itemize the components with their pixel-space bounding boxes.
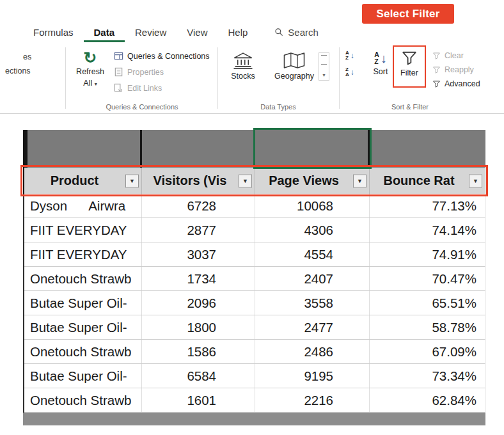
table-row: Butae Super Oil-2096355865.51% <box>24 291 485 315</box>
table-row: FIIT EVERYDAY2877430674.14% <box>24 218 485 242</box>
cell-visitors[interactable]: 6584 <box>142 364 255 388</box>
stocks-button[interactable]: Stocks <box>225 51 261 81</box>
gallery-line-icon <box>321 55 327 56</box>
cell-page-views[interactable]: 9195 <box>255 364 370 388</box>
tab-row: FormulasDataReviewViewHelp Search <box>23 24 319 42</box>
refresh-label-2: All <box>83 79 92 88</box>
table-row: Onetouch Strawb1734240770.47% <box>24 267 485 291</box>
properties-label: Properties <box>127 68 164 77</box>
sort-descending-button[interactable]: ZA ↓ <box>345 67 354 78</box>
reapply-funnel-icon <box>432 66 441 74</box>
cell-page-views[interactable]: 4306 <box>255 218 370 242</box>
cell-visitors[interactable]: 1734 <box>142 267 255 290</box>
clipped-text: es <box>23 52 31 61</box>
table-row: Butae Super Oil-6584919573.34% <box>24 364 485 388</box>
group-label-queries-connections: Queries & Connections <box>68 103 216 111</box>
clear-funnel-icon <box>432 52 441 60</box>
sort-ascending-button[interactable]: AZ ↓ <box>345 51 354 61</box>
cell-visitors[interactable]: 3037 <box>142 242 255 266</box>
properties-icon <box>114 67 123 77</box>
table-row: Dyson Airwra67281006877.13% <box>24 194 485 218</box>
cell-bounce-rate[interactable]: 74.91% <box>370 242 485 266</box>
callout-select-filter: Select Filter <box>362 4 454 24</box>
table-row: Onetouch Strawb1586248667.09% <box>24 340 485 364</box>
group-label-data-types: Data Types <box>219 103 338 111</box>
geography-button[interactable]: Geography <box>269 51 320 81</box>
advanced-button[interactable]: Advanced <box>432 79 480 88</box>
refresh-label-1: Refresh <box>76 68 104 77</box>
cell-bounce-rate[interactable]: 73.34% <box>370 364 485 388</box>
tab-data[interactable]: Data <box>84 24 125 42</box>
band-cell[interactable] <box>23 130 142 168</box>
selection-outline-page-views <box>253 128 372 169</box>
refresh-all-button[interactable]: ↻ Refresh All ▾ <box>72 50 109 88</box>
group-separator <box>217 47 218 109</box>
data-types-scroll[interactable]: ▾ <box>319 52 329 81</box>
cell-product[interactable]: Dyson Airwra <box>24 194 142 217</box>
cell-product[interactable]: Onetouch Strawb <box>24 388 142 412</box>
data-grid: Dyson Airwra67281006877.13%FIIT EVERYDAY… <box>23 194 485 413</box>
gallery-line-icon <box>321 64 327 65</box>
cell-page-views[interactable]: 2216 <box>255 388 370 412</box>
queries-pane-icon <box>114 51 123 61</box>
clipped-text: ections <box>5 67 31 75</box>
advanced-funnel-icon <box>432 80 441 88</box>
cell-visitors[interactable]: 6728 <box>142 194 255 217</box>
cell-bounce-rate[interactable]: 77.13% <box>370 194 485 217</box>
cell-page-views[interactable]: 10068 <box>255 194 370 217</box>
search-icon <box>274 28 283 36</box>
letter-z: Z <box>345 56 349 61</box>
header-highlight-box <box>20 165 488 196</box>
cell-product[interactable]: FIIT EVERYDAY <box>24 218 142 242</box>
cell-page-views[interactable]: 3558 <box>255 291 370 315</box>
gallery-more-icon: ▾ <box>322 72 325 78</box>
cell-page-views[interactable]: 4554 <box>255 242 370 266</box>
search-label: Search <box>288 27 319 38</box>
search[interactable]: Search <box>274 24 319 42</box>
cell-page-views[interactable]: 2407 <box>255 267 370 290</box>
cell-product[interactable]: Butae Super Oil- <box>24 315 142 339</box>
cell-product[interactable]: Butae Super Oil- <box>24 364 142 388</box>
cell-visitors[interactable]: 1800 <box>142 315 255 339</box>
chevron-down-icon: ▾ <box>95 81 97 87</box>
cell-product[interactable]: Butae Super Oil- <box>24 291 142 315</box>
sort-icon: AZ ↓ <box>374 51 387 65</box>
group-label-sort-filter: Sort & Filter <box>334 103 486 111</box>
ribbon-tabs: FormulasDataReviewViewHelp <box>23 24 258 42</box>
edit-links-button: Edit Links <box>114 83 210 93</box>
band-cell[interactable] <box>142 130 255 168</box>
tab-help[interactable]: Help <box>217 24 258 42</box>
sort-arrow-icon: ↓ <box>381 52 387 65</box>
cell-page-views[interactable]: 2477 <box>255 315 370 339</box>
cell-product[interactable]: Onetouch Strawb <box>24 340 142 363</box>
cell-visitors[interactable]: 1601 <box>142 388 255 412</box>
cell-bounce-rate[interactable]: 58.78% <box>370 315 485 339</box>
cell-bounce-rate[interactable]: 70.47% <box>370 267 485 290</box>
cell-bounce-rate[interactable]: 74.14% <box>370 218 485 242</box>
cell-bounce-rate[interactable]: 62.84% <box>370 388 485 412</box>
band-cell[interactable] <box>370 130 485 168</box>
tab-view[interactable]: View <box>177 24 217 42</box>
refresh-icon: ↻ <box>84 50 97 65</box>
sort-asc-arrow-icon: ↓ <box>350 52 354 59</box>
table-row: Onetouch Strawb1601221662.84% <box>24 388 485 413</box>
cell-visitors[interactable]: 1586 <box>142 340 255 363</box>
table-row: Butae Super Oil-1800247758.78% <box>24 315 485 340</box>
cell-page-views[interactable]: 2486 <box>255 340 370 363</box>
stocks-bank-icon <box>232 51 254 70</box>
cell-visitors[interactable]: 2877 <box>142 218 255 242</box>
cell-bounce-rate[interactable]: 65.51% <box>370 291 485 315</box>
reapply-label: Reapply <box>445 65 474 74</box>
filter-highlight-box <box>393 45 426 88</box>
tab-review[interactable]: Review <box>125 24 177 42</box>
queries-connections-button[interactable]: Queries & Connections <box>114 51 210 61</box>
cell-bounce-rate[interactable]: 67.09% <box>370 340 485 363</box>
sort-desc-arrow-icon: ↓ <box>350 68 354 76</box>
clear-button: Clear <box>432 51 480 60</box>
edit-links-label: Edit Links <box>127 84 162 93</box>
cell-product[interactable]: FIIT EVERYDAY <box>24 242 142 266</box>
tab-formulas[interactable]: Formulas <box>23 24 84 42</box>
cell-product[interactable]: Onetouch Strawb <box>24 267 142 290</box>
cell-visitors[interactable]: 2096 <box>142 291 255 315</box>
sort-button[interactable]: AZ ↓ Sort <box>367 51 394 77</box>
